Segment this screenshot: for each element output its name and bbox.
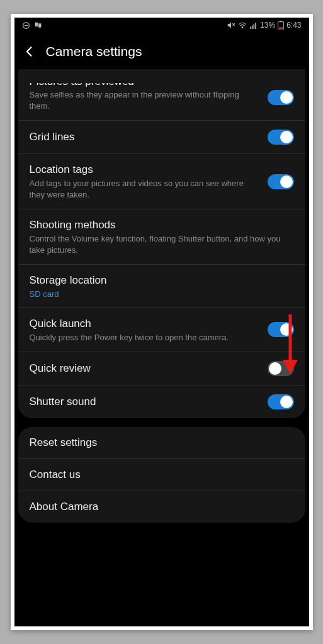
setting-shooting-methods[interactable]: Shooting methods Control the Volume key … xyxy=(18,209,305,265)
mute-icon xyxy=(227,21,235,30)
svg-rect-7 xyxy=(250,26,251,28)
signal-icon xyxy=(249,21,258,30)
windows-icon xyxy=(34,21,42,30)
device-frame: 13% 6:43 Camera settings Pictures as pre… xyxy=(11,14,313,630)
battery-icon xyxy=(278,21,284,30)
setting-quick-launch[interactable]: Quick launch Quickly press the Power key… xyxy=(18,308,305,353)
svg-rect-10 xyxy=(255,23,256,29)
setting-subtitle: Add tags to your pictures and videos so … xyxy=(30,178,261,200)
setting-value: SD card xyxy=(30,289,288,299)
setting-quick-review[interactable]: Quick review xyxy=(18,352,305,386)
setting-title: Storage location xyxy=(30,274,288,287)
setting-title: Shooting methods xyxy=(30,218,288,232)
clock: 6:43 xyxy=(286,21,301,30)
svg-rect-8 xyxy=(252,25,253,28)
chevron-left-icon xyxy=(23,45,36,58)
svg-rect-13 xyxy=(279,28,283,29)
menu-about-camera[interactable]: About Camera xyxy=(18,491,305,523)
setting-storage-location[interactable]: Storage location SD card xyxy=(18,265,305,308)
setting-title: Quick launch xyxy=(30,317,261,331)
setting-title: Location tags xyxy=(30,163,261,177)
setting-shutter-sound[interactable]: Shutter sound xyxy=(18,386,305,418)
menu-label: About Camera xyxy=(30,500,288,514)
settings-panel: Pictures as previewed Save selfies as th… xyxy=(18,69,305,418)
svg-rect-2 xyxy=(35,22,37,26)
setting-grid-lines[interactable]: Grid lines xyxy=(18,121,305,154)
battery-percent: 13% xyxy=(260,21,275,30)
back-button[interactable] xyxy=(23,45,36,58)
toggle-shutter-sound[interactable] xyxy=(268,394,294,409)
setting-title: Grid lines xyxy=(30,130,261,144)
svg-point-6 xyxy=(242,27,243,28)
toggle-pictures-as-previewed[interactable] xyxy=(268,90,294,105)
menu-contact-us[interactable]: Contact us xyxy=(18,459,305,491)
footer-panel: Reset settings Contact us About Camera xyxy=(18,427,305,523)
svg-rect-12 xyxy=(280,21,282,22)
wifi-icon xyxy=(238,21,247,30)
setting-subtitle: Save selfies as they appear in the previ… xyxy=(30,89,261,111)
menu-label: Contact us xyxy=(30,468,288,482)
screen: 13% 6:43 Camera settings Pictures as pre… xyxy=(14,18,309,626)
toggle-quick-review[interactable] xyxy=(268,361,294,376)
setting-title: Quick review xyxy=(30,362,261,375)
status-bar: 13% 6:43 xyxy=(14,18,309,33)
page-title: Camera settings xyxy=(46,44,142,59)
setting-title: Shutter sound xyxy=(30,395,261,409)
svg-rect-3 xyxy=(38,23,41,28)
setting-subtitle: Quickly press the Power key twice to ope… xyxy=(30,332,261,343)
header: Camera settings xyxy=(14,33,309,74)
toggle-quick-launch[interactable] xyxy=(268,322,294,337)
setting-location-tags[interactable]: Location tags Add tags to your pictures … xyxy=(18,154,305,209)
dnd-icon xyxy=(22,21,30,30)
setting-title: Pictures as previewed xyxy=(30,83,261,88)
toggle-location-tags[interactable] xyxy=(268,174,294,189)
setting-subtitle: Control the Volume key function, floatin… xyxy=(30,233,288,255)
toggle-grid-lines[interactable] xyxy=(268,130,294,145)
menu-reset-settings[interactable]: Reset settings xyxy=(18,427,305,459)
menu-label: Reset settings xyxy=(30,436,288,450)
svg-rect-9 xyxy=(254,24,255,29)
setting-pictures-as-previewed[interactable]: Pictures as previewed Save selfies as th… xyxy=(18,74,305,121)
